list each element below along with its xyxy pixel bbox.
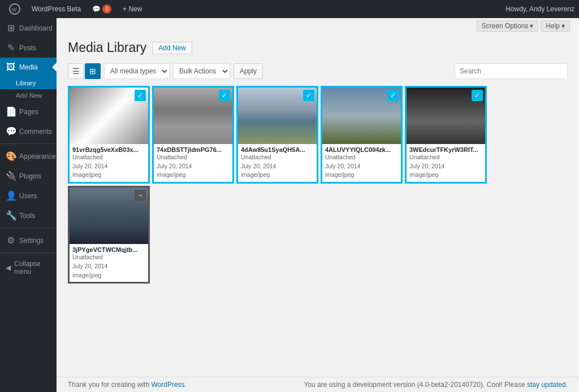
sidebar-item-comments[interactable]: 💬 Comments <box>0 121 57 141</box>
list-view-icon: ☰ <box>72 67 80 76</box>
view-toggle: ☰ ⊞ <box>68 63 101 79</box>
media-filename: 91vrBzqg5veXxB03x... <box>72 146 145 153</box>
sidebar-item-label: Users <box>19 192 37 200</box>
media-info: 74xDBSTTjldmPG76...UnattachedJuly 20, 20… <box>154 144 232 182</box>
adminbar-site-name[interactable]: WordPress Beta <box>27 0 85 18</box>
media-item[interactable]: ✓74xDBSTTjldmPG76...UnattachedJuly 20, 2… <box>152 86 234 184</box>
sidebar-subitem-library[interactable]: Library <box>0 77 57 89</box>
sidebar-item-plugins[interactable]: 🔌 Plugins <box>0 166 57 186</box>
media-info: 4ALUVYYIQLC004zk...UnattachedJuly 20, 20… <box>322 144 401 182</box>
posts-icon: ✎ <box>6 42 16 53</box>
admin-footer: Thank you for creating with WordPress. Y… <box>57 377 579 392</box>
media-check-indicator: ✓ <box>303 90 314 101</box>
help-button[interactable]: Help ▾ <box>541 20 570 32</box>
plugins-icon: 🔌 <box>6 171 16 181</box>
adminbar-right: Howdy, Andy Leverenz <box>505 5 574 13</box>
bulk-actions-select[interactable]: Bulk Actions <box>173 63 230 79</box>
collapse-label: Collapse menu <box>14 260 51 276</box>
collapse-icon: ◀ <box>6 264 11 272</box>
media-icon: 🖼 <box>6 62 16 72</box>
media-info: 91vrBzqg5veXxB03x...UnattachedJuly 20, 2… <box>70 144 148 182</box>
media-filename: 3WEdcurTFKyrW3RIT... <box>409 146 482 153</box>
sidebar-item-posts[interactable]: ✎ Posts <box>0 38 57 58</box>
adminbar-left: W WordPress Beta 💬 0 + New <box>5 0 147 18</box>
page-header: Media Library Add New <box>68 40 568 56</box>
appearance-icon: 🎨 <box>6 151 16 162</box>
media-info: 3jPYgeVCTWCMqjtb...UnattachedJuly 20, 20… <box>70 244 148 282</box>
list-view-button[interactable]: ☰ <box>68 63 84 79</box>
sidebar-item-users[interactable]: 👤 Users <box>0 186 57 206</box>
sidebar-subitem-add-new[interactable]: Add New <box>0 89 57 102</box>
dev-notice: You are using a development version (4.0… <box>304 381 568 389</box>
menu-separator <box>0 143 57 144</box>
media-check-indicator: ✓ <box>472 90 483 101</box>
media-meta: UnattachedJuly 20, 2014image/jpeg <box>325 153 398 180</box>
sidebar-item-label: Dashboard <box>19 24 53 32</box>
apply-button[interactable]: Apply <box>234 63 263 79</box>
media-check-indicator: ✓ <box>135 90 146 101</box>
dropdown-arrow-icon: ▾ <box>561 22 565 30</box>
media-meta: UnattachedJuly 20, 2014image/jpeg <box>72 253 145 280</box>
main-content: Screen Options ▾ Help ▾ Media Library Ad… <box>57 18 579 392</box>
main-layout: ⊞ Dashboard ✎ Posts 🖼 Media Library Add … <box>0 18 579 392</box>
grid-view-button[interactable]: ⊞ <box>85 63 101 79</box>
media-meta: UnattachedJuly 20, 2014image/jpeg <box>157 153 230 180</box>
page-title: Media Library <box>68 40 146 56</box>
sidebar-item-label: Appearance <box>19 153 56 160</box>
wordpress-link[interactable]: WordPress. <box>151 381 186 389</box>
admin-sidebar: ⊞ Dashboard ✎ Posts 🖼 Media Library Add … <box>0 18 57 392</box>
media-check-indicator: ✓ <box>387 90 399 101</box>
adminbar-new[interactable]: + New <box>118 0 146 18</box>
settings-icon: ⚙ <box>6 235 16 246</box>
comments-icon: 💬 <box>6 126 16 137</box>
add-new-button[interactable]: Add New <box>152 42 192 54</box>
sidebar-item-label: Posts <box>19 44 36 52</box>
admin-bar: W WordPress Beta 💬 0 + New Howdy, Andy L… <box>0 0 579 18</box>
screen-meta-bar: Screen Options ▾ Help ▾ <box>57 18 579 34</box>
media-type-filter[interactable]: All media types <box>104 63 170 79</box>
users-icon: 👤 <box>6 190 16 201</box>
sidebar-item-label: Pages <box>19 108 38 116</box>
sidebar-item-dashboard[interactable]: ⊞ Dashboard <box>0 18 57 38</box>
media-item[interactable]: ✓4dAw85u1SyaQH5A...UnattachedJuly 20, 20… <box>236 86 318 184</box>
adminbar-user-greeting: Howdy, Andy Leverenz <box>505 5 574 13</box>
sidebar-item-label: Tools <box>19 212 35 220</box>
pages-icon: 📄 <box>6 106 16 117</box>
page-wrap: Media Library Add New ☰ ⊞ All media type… <box>57 34 579 377</box>
comment-count: 0 <box>102 5 111 14</box>
search-input[interactable] <box>455 63 568 79</box>
footer-thanks: Thank you for creating with WordPress. <box>68 381 187 389</box>
svg-text:W: W <box>12 7 17 12</box>
media-grid: ✓91vrBzqg5veXxB03x...UnattachedJuly 20, … <box>68 86 568 284</box>
sidebar-item-pages[interactable]: 📄 Pages <box>0 102 57 121</box>
media-item[interactable]: ✓91vrBzqg5veXxB03x...UnattachedJuly 20, … <box>68 86 150 184</box>
collapse-menu-button[interactable]: ◀ Collapse menu <box>0 255 57 280</box>
sidebar-item-settings[interactable]: ⚙ Settings <box>0 230 57 250</box>
media-item[interactable]: −3jPYgeVCTWCMqjtb...UnattachedJuly 20, 2… <box>68 186 150 284</box>
sidebar-item-label: Comments <box>19 128 52 136</box>
tools-icon: 🔧 <box>6 210 16 221</box>
dropdown-arrow-icon: ▾ <box>530 22 533 30</box>
grid-view-icon: ⊞ <box>89 67 96 76</box>
menu-separator-3 <box>0 252 57 253</box>
media-item[interactable]: ✓3WEdcurTFKyrW3RIT...UnattachedJuly 20, … <box>405 86 487 184</box>
media-check-indicator: − <box>135 190 146 201</box>
media-toolbar: ☰ ⊞ All media types Bulk Actions Apply <box>68 63 568 79</box>
adminbar-wp-logo[interactable]: W <box>5 0 25 18</box>
media-filename: 74xDBSTTjldmPG76... <box>157 146 230 153</box>
sidebar-item-tools[interactable]: 🔧 Tools <box>0 206 57 225</box>
media-filename: 3jPYgeVCTWCMqjtb... <box>72 246 145 253</box>
menu-separator-2 <box>0 228 57 228</box>
media-item[interactable]: ✓4ALUVYYIQLC004zk...UnattachedJuly 20, 2… <box>321 86 403 184</box>
screen-options-button[interactable]: Screen Options ▾ <box>477 20 539 32</box>
media-filename: 4dAw85u1SyaQH5A... <box>241 146 314 153</box>
sidebar-item-label: Media <box>19 63 38 71</box>
sidebar-item-label: Settings <box>19 237 44 245</box>
sidebar-item-appearance[interactable]: 🎨 Appearance <box>0 146 57 166</box>
media-check-indicator: ✓ <box>219 90 230 101</box>
stay-updated-link[interactable]: stay updated. <box>527 381 568 389</box>
adminbar-comments[interactable]: 💬 0 <box>88 0 116 18</box>
sidebar-item-media[interactable]: 🖼 Media <box>0 58 57 77</box>
dashboard-icon: ⊞ <box>6 23 16 33</box>
media-filename: 4ALUVYYIQLC004zk... <box>325 146 398 153</box>
